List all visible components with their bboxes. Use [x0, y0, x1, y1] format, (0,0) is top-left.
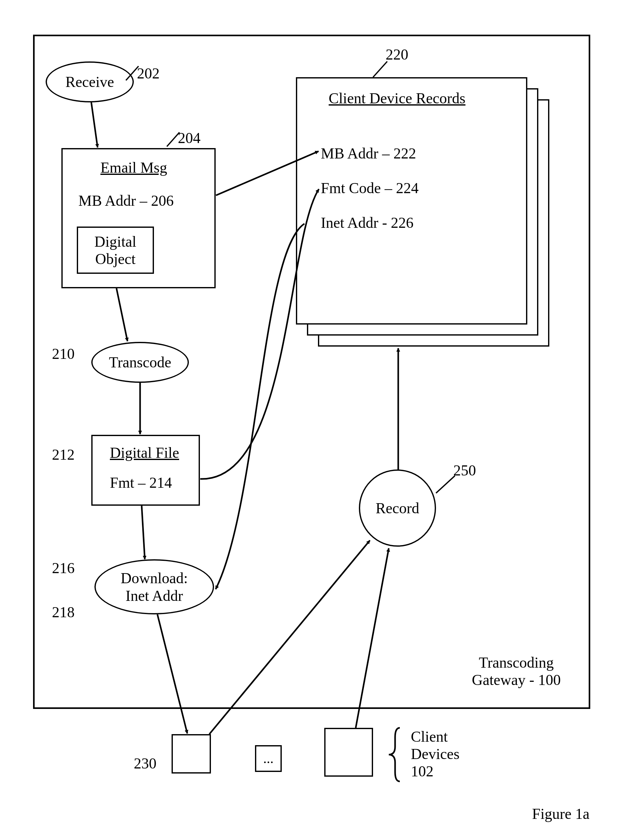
- records-inet: Inet Addr - 226: [321, 214, 414, 231]
- records-title: Client Device Records: [328, 89, 466, 107]
- email-msg-box: Email Msg MB Addr – 206 Digital Object: [61, 148, 216, 288]
- ref-212: 212: [52, 446, 75, 463]
- clients-label: Client Devices 102: [411, 728, 460, 780]
- figure-label: Figure 1a: [532, 805, 590, 822]
- digital-object-box: Digital Object: [77, 226, 154, 274]
- download-text: Download: Inet Addr: [121, 569, 188, 604]
- ref-218: 218: [52, 603, 75, 621]
- digital-object-label: Digital Object: [94, 233, 136, 268]
- digital-file-title: Digital File: [110, 444, 179, 461]
- download-line1: Download:: [121, 570, 188, 586]
- client-device-1: [172, 734, 211, 774]
- record-node: Record: [359, 469, 436, 547]
- receive-label: Receive: [66, 73, 114, 91]
- email-mb: MB Addr – 206: [78, 192, 174, 209]
- ref-230: 230: [134, 755, 157, 772]
- records-mb: MB Addr – 222: [321, 145, 416, 162]
- download-line2: Inet Addr: [126, 587, 183, 604]
- ref-220: 220: [386, 46, 408, 63]
- gateway-label: Transcoding Gateway - 100: [458, 654, 574, 688]
- dots-label: ...: [263, 751, 273, 766]
- digital-file-fmt: Fmt – 214: [110, 474, 172, 491]
- client-device-dots: ...: [255, 745, 282, 772]
- transcode-label: Transcode: [109, 354, 171, 371]
- ref-204: 204: [178, 129, 201, 146]
- download-node: Download: Inet Addr: [94, 559, 214, 614]
- receive-node: Receive: [46, 62, 134, 102]
- transcode-node: Transcode: [91, 342, 189, 383]
- ref-202: 202: [137, 65, 160, 82]
- records-box: Client Device Records MB Addr – 222 Fmt …: [296, 77, 527, 325]
- record-label: Record: [376, 499, 419, 517]
- ref-216: 216: [52, 559, 75, 577]
- digital-file-box: Digital File Fmt – 214: [91, 435, 200, 506]
- client-device-n: [324, 728, 373, 777]
- ref-250: 250: [453, 462, 476, 479]
- ref-210: 210: [52, 345, 75, 362]
- records-fmt: Fmt Code – 224: [321, 179, 419, 197]
- email-title: Email Msg: [100, 159, 167, 176]
- diagram-stage: Receive 202 Email Msg MB Addr – 206 Digi…: [0, 0, 623, 840]
